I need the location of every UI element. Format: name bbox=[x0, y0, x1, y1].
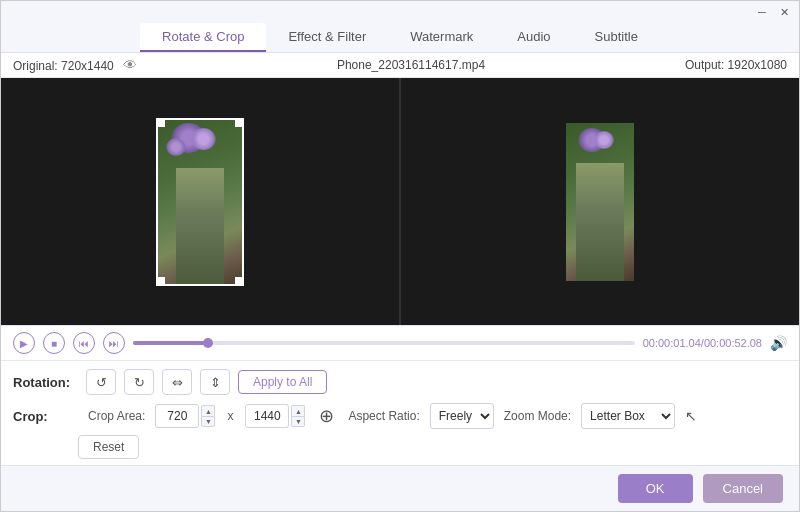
height-down-button[interactable]: ▼ bbox=[291, 416, 305, 427]
crop-area-label: Crop Area: bbox=[88, 409, 145, 423]
close-button[interactable]: ✕ bbox=[777, 5, 791, 19]
width-down-button[interactable]: ▼ bbox=[201, 416, 215, 427]
stop-button[interactable]: ■ bbox=[43, 332, 65, 354]
aspect-ratio-select[interactable]: Freely 16:9 4:3 1:1 9:16 bbox=[430, 403, 494, 429]
right-video-preview bbox=[566, 123, 634, 281]
ok-button[interactable]: OK bbox=[618, 474, 693, 503]
left-video-preview bbox=[156, 118, 244, 286]
filename: Phone_220316114617.mp4 bbox=[137, 58, 685, 72]
width-input[interactable] bbox=[155, 404, 199, 428]
current-time: 00:00:01.04 bbox=[643, 337, 701, 349]
title-bar: ─ ✕ bbox=[1, 1, 799, 23]
original-resolution: 720x1440 bbox=[61, 59, 114, 73]
crop-label: Crop: bbox=[13, 409, 78, 424]
tab-audio[interactable]: Audio bbox=[495, 23, 572, 52]
zoom-mode-select[interactable]: Letter Box Pan & Scan Full bbox=[581, 403, 675, 429]
rotate-ccw-button[interactable]: ↺ bbox=[86, 369, 116, 395]
volume-icon[interactable]: 🔊 bbox=[770, 335, 787, 351]
scrubber-fill bbox=[133, 341, 208, 345]
info-bar: Original: 720x1440 👁 Phone_220316114617.… bbox=[1, 53, 799, 78]
tab-bar: Rotate & Crop Effect & Filter Watermark … bbox=[1, 23, 799, 53]
minimize-button[interactable]: ─ bbox=[755, 5, 769, 19]
rotation-label: Rotation: bbox=[13, 375, 78, 390]
prev-frame-button[interactable]: ⏮ bbox=[73, 332, 95, 354]
main-window: ─ ✕ Rotate & Crop Effect & Filter Waterm… bbox=[0, 0, 800, 512]
scrubber-thumb[interactable] bbox=[203, 338, 213, 348]
reset-button[interactable]: Reset bbox=[78, 435, 139, 459]
flip-horizontal-button[interactable]: ⇔ bbox=[162, 369, 192, 395]
right-video-frame bbox=[566, 123, 634, 281]
tab-watermark[interactable]: Watermark bbox=[388, 23, 495, 52]
eye-icon[interactable]: 👁 bbox=[123, 57, 137, 73]
right-video-panel bbox=[399, 78, 799, 325]
scrubber-track[interactable] bbox=[133, 341, 635, 345]
width-input-group: ▲ ▼ bbox=[155, 404, 215, 428]
original-label: Original: bbox=[13, 59, 58, 73]
scrubber-row: ▶ ■ ⏮ ⏭ 00:00:01.04/00:00:52.08 🔊 bbox=[1, 325, 799, 360]
height-spinner: ▲ ▼ bbox=[291, 405, 305, 427]
left-video-panel bbox=[1, 78, 399, 325]
next-frame-button[interactable]: ⏭ bbox=[103, 332, 125, 354]
width-spinner: ▲ ▼ bbox=[201, 405, 215, 427]
cursor-arrow-icon: ↖ bbox=[685, 408, 697, 424]
time-display: 00:00:01.04/00:00:52.08 bbox=[643, 337, 762, 349]
rotate-cw-button[interactable]: ↻ bbox=[124, 369, 154, 395]
height-input-group: ▲ ▼ bbox=[245, 404, 305, 428]
crop-row: Crop: Crop Area: ▲ ▼ x ▲ ▼ ⊕ Aspect Rati… bbox=[13, 403, 787, 429]
controls-section: Rotation: ↺ ↻ ⇔ ⇕ Apply to All Crop: Cro… bbox=[1, 360, 799, 465]
video-area bbox=[1, 78, 799, 325]
tab-rotate-crop[interactable]: Rotate & Crop bbox=[140, 23, 266, 52]
height-up-button[interactable]: ▲ bbox=[291, 405, 305, 416]
original-info: Original: 720x1440 👁 bbox=[13, 57, 137, 73]
tab-subtitle[interactable]: Subtitle bbox=[573, 23, 660, 52]
zoom-mode-label: Zoom Mode: bbox=[504, 409, 571, 423]
aspect-ratio-label: Aspect Ratio: bbox=[348, 409, 419, 423]
width-up-button[interactable]: ▲ bbox=[201, 405, 215, 416]
output-info: Output: 1920x1080 bbox=[685, 58, 787, 72]
bottom-bar: OK Cancel bbox=[1, 465, 799, 511]
tab-effect-filter[interactable]: Effect & Filter bbox=[266, 23, 388, 52]
cancel-button[interactable]: Cancel bbox=[703, 474, 783, 503]
rotation-row: Rotation: ↺ ↻ ⇔ ⇕ Apply to All bbox=[13, 369, 787, 395]
apply-to-all-button[interactable]: Apply to All bbox=[238, 370, 327, 394]
total-time: 00:00:52.08 bbox=[704, 337, 762, 349]
reset-row: Reset bbox=[13, 435, 787, 459]
height-input[interactable] bbox=[245, 404, 289, 428]
left-video-frame bbox=[156, 118, 244, 286]
output-resolution: 1920x1080 bbox=[728, 58, 787, 72]
flip-vertical-button[interactable]: ⇕ bbox=[200, 369, 230, 395]
play-button[interactable]: ▶ bbox=[13, 332, 35, 354]
output-label: Output: bbox=[685, 58, 724, 72]
x-separator: x bbox=[225, 409, 235, 423]
crosshair-icon: ⊕ bbox=[319, 405, 334, 427]
